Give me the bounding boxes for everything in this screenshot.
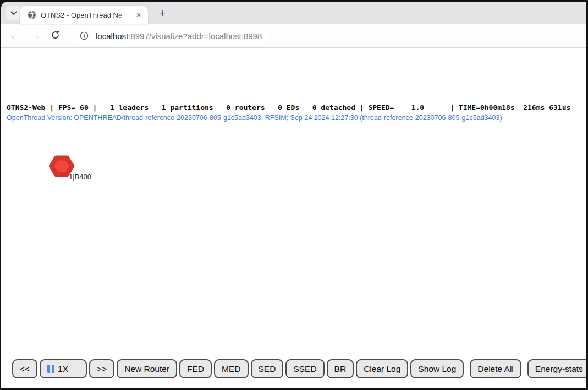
show-log-button[interactable]: Show Log — [410, 359, 464, 378]
browser-tab-active[interactable]: OTNS2 - OpenThread Ne × — [20, 6, 148, 24]
simulation-status-line: OTNS2-Web | FPS= 60 | 1 leaders 1 partit… — [7, 103, 570, 112]
browser-window: OTNS2 - OpenThread Ne × + ← → — [0, 0, 588, 390]
new-fed-button[interactable]: FED — [179, 359, 212, 378]
pause-speed-button[interactable]: 1X — [40, 359, 87, 378]
back-arrow-icon: ← — [10, 30, 20, 42]
url-host: localhost — [96, 31, 128, 41]
new-router-button[interactable]: New Router — [117, 359, 177, 378]
tab-title: OTNS2 - OpenThread Ne — [41, 11, 134, 19]
site-info-icon[interactable] — [80, 31, 89, 40]
pause-icon — [47, 365, 54, 373]
url-path: :8997/visualize?addr=localhost:8998 — [128, 31, 262, 41]
node-label: 1|B400 — [69, 173, 91, 181]
forward-button[interactable]: → — [29, 30, 41, 42]
otns-canvas: OTNS2-Web | FPS= 60 | 1 leaders 1 partit… — [1, 48, 586, 388]
speed-up-button[interactable]: >> — [89, 359, 114, 378]
tab-strip: OTNS2 - OpenThread Ne × + — [1, 2, 586, 24]
speed-down-button[interactable]: << — [12, 359, 37, 378]
tab-close-button[interactable]: × — [134, 10, 144, 20]
url-text: localhost:8997/visualize?addr=localhost:… — [96, 31, 262, 41]
forward-arrow-icon: → — [30, 30, 41, 42]
energy-stats-button[interactable]: Energy-stats ↗ — [527, 359, 588, 378]
new-tab-button[interactable]: + — [155, 6, 170, 21]
new-sed-button[interactable]: SED — [251, 359, 284, 378]
back-button[interactable]: ← — [9, 30, 21, 42]
address-bar[interactable]: localhost:8997/visualize?addr=localhost:… — [73, 26, 268, 45]
new-ssed-button[interactable]: SSED — [285, 359, 324, 378]
tab-search-button[interactable] — [6, 6, 21, 20]
speed-label: 1X — [58, 364, 68, 374]
new-med-button[interactable]: MED — [214, 359, 248, 378]
node-leader[interactable]: 1|B400 — [49, 155, 93, 182]
globe-favicon-icon — [28, 10, 36, 19]
reload-icon — [51, 30, 60, 41]
reload-button[interactable] — [49, 30, 61, 42]
openthread-version-line: OpenThread Version: OPENTHREAD/thread-re… — [7, 114, 502, 122]
action-bar: << 1X >> New Router FED MED SED SSED BR … — [12, 359, 588, 378]
browser-toolbar: ← → localhost:8997/visualize?addr=loca — [1, 24, 586, 48]
chevron-down-icon — [10, 9, 17, 17]
new-br-button[interactable]: BR — [327, 359, 354, 378]
delete-all-button[interactable]: Delete All — [470, 359, 521, 378]
clear-log-button[interactable]: Clear Log — [356, 359, 408, 378]
